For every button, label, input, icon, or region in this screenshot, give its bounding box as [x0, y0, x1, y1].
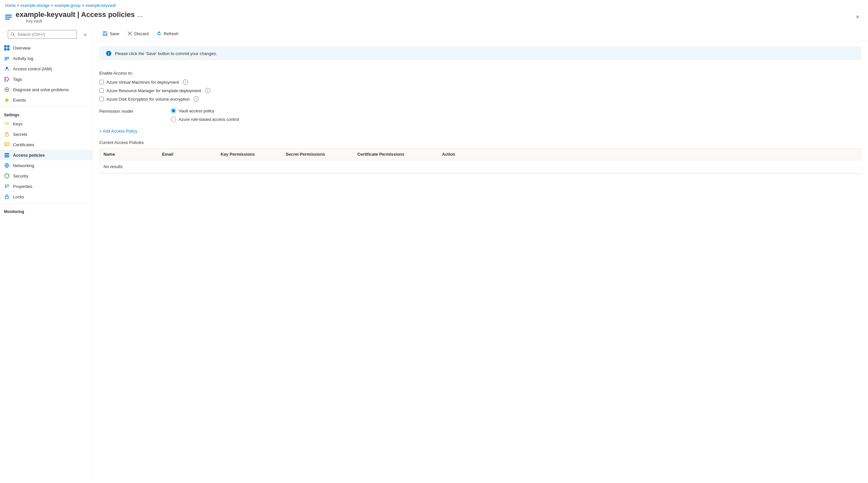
nav-divider-2 — [0, 203, 92, 204]
sidebar-item-access-policies[interactable]: Access policies — [0, 150, 92, 160]
disk-checkbox[interactable] — [99, 97, 104, 101]
svg-rect-5 — [7, 48, 9, 51]
svg-rect-8 — [5, 60, 7, 60]
access-policies-table: Name Email Key Permissions Secret Permis… — [99, 148, 862, 174]
sidebar-item-label: Overview — [13, 46, 31, 51]
svg-rect-27 — [7, 186, 9, 187]
collapse-sidebar-button[interactable]: « — [81, 30, 90, 39]
secrets-icon — [4, 131, 10, 137]
refresh-icon — [157, 31, 162, 36]
nav-divider — [0, 107, 92, 107]
permission-model-label: Permission model — [99, 108, 171, 114]
page-title: example-keyvault | Access policies — [16, 10, 135, 19]
sidebar-item-networking[interactable]: Networking — [0, 160, 92, 171]
main-content: Save Discard Refresh i Please click the … — [93, 26, 868, 480]
ellipsis-menu[interactable]: ... — [137, 11, 143, 19]
sidebar-item-label: Networking — [13, 163, 34, 168]
rbac-radio[interactable] — [171, 117, 176, 122]
vm-info-icon[interactable]: i — [183, 80, 188, 85]
sidebar-item-activity-log[interactable]: Activity log — [0, 53, 92, 63]
checkbox-arm: Azure Resource Manager for template depl… — [99, 88, 862, 93]
add-access-policy-link[interactable]: + Add Access Policy — [99, 129, 137, 134]
rbac-option: Azure role-based access control — [171, 117, 239, 122]
sidebar-item-overview[interactable]: Overview — [0, 42, 92, 53]
col-action: Action — [438, 148, 477, 160]
sidebar-item-label: Tags — [13, 77, 22, 82]
svg-rect-15 — [5, 134, 8, 136]
breadcrumb-group[interactable]: example-group — [54, 3, 81, 8]
svg-point-9 — [6, 67, 8, 69]
rbac-label: Azure role-based access control — [179, 117, 239, 122]
current-policies-title: Current Access Policies — [99, 140, 862, 145]
keys-icon — [4, 121, 10, 127]
sidebar-item-label: Access control (IAM) — [13, 66, 52, 71]
certificates-icon — [4, 142, 10, 147]
permission-model-section: Permission model Vault access policy Azu… — [99, 108, 862, 122]
toolbar: Save Discard Refresh — [93, 26, 868, 41]
info-banner: i Please click the 'Save' button to comm… — [99, 47, 862, 60]
monitoring-section-title: Monitoring — [0, 205, 92, 215]
col-secret-permissions: Secret Permissions — [282, 148, 353, 160]
events-icon — [4, 97, 10, 103]
vm-checkbox[interactable] — [99, 80, 104, 84]
svg-rect-6 — [5, 57, 9, 58]
breadcrumb-storage[interactable]: example-storage — [21, 3, 50, 8]
svg-rect-29 — [104, 32, 105, 33]
sidebar-item-certificates[interactable]: Certificates — [0, 139, 92, 150]
arm-label: Azure Resource Manager for template depl… — [106, 88, 201, 93]
svg-rect-16 — [5, 143, 9, 146]
close-button[interactable]: × — [852, 12, 863, 22]
sidebar-item-events[interactable]: Events — [0, 95, 92, 105]
keyvault-icon — [5, 15, 12, 20]
sidebar-item-label: Keys — [13, 121, 23, 126]
disk-info-icon[interactable]: i — [194, 96, 199, 102]
search-container — [8, 30, 77, 39]
svg-rect-21 — [5, 156, 9, 157]
security-icon — [4, 173, 10, 179]
breadcrumb: Home > example-storage > example-group >… — [0, 0, 868, 9]
vault-policy-radio[interactable] — [171, 108, 176, 113]
svg-point-14 — [5, 122, 7, 125]
arm-checkbox[interactable] — [99, 88, 104, 93]
properties-icon — [4, 183, 10, 189]
sidebar: « Overview Activity log — [0, 26, 93, 480]
sidebar-item-properties[interactable]: Properties — [0, 181, 92, 192]
sidebar-item-security[interactable]: Security — [0, 171, 92, 181]
col-name: Name — [100, 148, 158, 160]
save-button[interactable]: Save — [99, 29, 123, 38]
info-icon: i — [106, 51, 112, 56]
page-subtitle: Key vault — [16, 19, 143, 24]
activity-icon — [4, 55, 10, 61]
svg-rect-3 — [7, 45, 9, 48]
sidebar-item-label: Properties — [13, 184, 32, 189]
enable-access-label: Enable Access to: — [99, 71, 862, 76]
sidebar-item-keys[interactable]: Keys — [0, 118, 92, 129]
svg-rect-20 — [5, 155, 9, 156]
sidebar-item-locks[interactable]: Locks — [0, 192, 92, 202]
breadcrumb-home[interactable]: Home — [5, 3, 16, 8]
main-layout: « Overview Activity log — [0, 26, 868, 480]
sidebar-item-label: Secrets — [13, 132, 27, 137]
sidebar-item-label: Certificates — [13, 142, 34, 147]
svg-rect-7 — [5, 58, 9, 59]
save-label: Save — [110, 31, 119, 36]
arm-info-icon[interactable]: i — [205, 88, 210, 93]
svg-rect-19 — [5, 153, 9, 154]
breadcrumb-keyvault[interactable]: example-keyvault — [86, 3, 116, 8]
sidebar-item-access-control[interactable]: Access control (IAM) — [0, 63, 92, 74]
search-input[interactable] — [18, 32, 74, 37]
sidebar-item-label: Locks — [13, 194, 24, 199]
refresh-button[interactable]: Refresh — [153, 29, 182, 38]
sidebar-item-diagnose[interactable]: Diagnose and solve problems — [0, 84, 92, 95]
sidebar-item-label: Diagnose and solve problems — [13, 87, 69, 92]
discard-button[interactable]: Discard — [124, 29, 152, 38]
sidebar-item-tags[interactable]: Tags — [0, 74, 92, 84]
svg-rect-26 — [7, 185, 9, 185]
sidebar-item-label: Events — [13, 98, 26, 103]
sidebar-item-secrets[interactable]: Secrets — [0, 129, 92, 139]
vault-policy-option: Vault access policy — [171, 108, 239, 113]
page-header: example-keyvault | Access policies ... K… — [0, 9, 868, 26]
overview-icon — [4, 45, 10, 51]
permission-radio-group: Vault access policy Azure role-based acc… — [171, 108, 239, 122]
iam-icon — [4, 66, 10, 72]
